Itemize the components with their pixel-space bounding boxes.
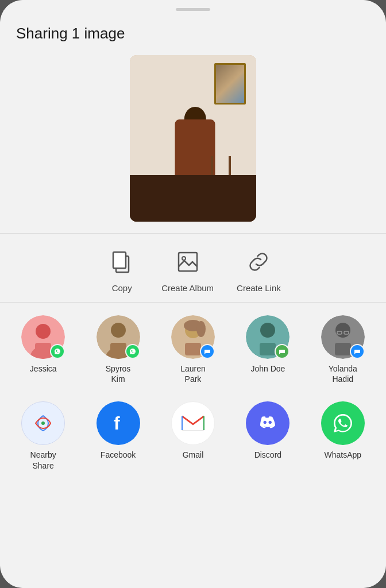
gmail-label: Gmail — [183, 450, 204, 460]
svg-rect-1 — [113, 252, 126, 268]
john-name: John Doe — [250, 363, 285, 374]
contact-john[interactable]: John Doe — [236, 315, 299, 374]
discord-icon — [246, 401, 290, 445]
spyros-name: SpyrosKim — [106, 363, 131, 384]
svg-rect-7 — [35, 343, 51, 354]
app-whatsapp[interactable]: WhatsApp — [311, 401, 375, 460]
svg-rect-12 — [110, 343, 126, 355]
discord-label: Discord — [254, 450, 281, 460]
gmail-icon — [171, 401, 215, 445]
create-album-action[interactable]: Create Album — [161, 245, 214, 293]
svg-rect-18 — [185, 343, 201, 355]
svg-point-21 — [260, 323, 275, 338]
share-sheet: Sharing 1 image — [0, 0, 386, 588]
john-avatar-wrap — [246, 315, 290, 359]
contact-yolanda[interactable]: YolandaHadid — [311, 315, 375, 384]
contacts-row: Jessica — [0, 303, 386, 393]
john-messages-badge — [275, 344, 290, 359]
svg-point-17 — [196, 321, 206, 337]
yolanda-name: YolandaHadid — [329, 363, 357, 384]
jessica-avatar-wrap — [21, 315, 65, 359]
preview-image — [130, 55, 256, 222]
lauren-name: LaurenPark — [180, 363, 206, 384]
nearby-share-icon — [21, 401, 65, 445]
jessica-whatsapp-badge — [50, 344, 65, 359]
svg-point-25 — [335, 323, 350, 338]
app-gmail[interactable]: Gmail — [161, 401, 225, 460]
image-art — [130, 55, 256, 222]
facebook-label: Facebook — [101, 450, 136, 460]
lauren-avatar-wrap — [171, 315, 215, 359]
app-nearby-share[interactable]: NearbyShare — [11, 401, 75, 470]
contact-spyros[interactable]: SpyrosKim — [87, 315, 150, 384]
copy-icon — [105, 245, 138, 278]
svg-rect-28 — [335, 343, 351, 355]
spyros-whatsapp-badge — [125, 344, 140, 359]
whatsapp-label: WhatsApp — [324, 450, 361, 460]
svg-point-5 — [36, 324, 51, 339]
apps-row: NearbyShare f Facebook — [0, 393, 386, 482]
image-preview-area — [0, 49, 386, 233]
jessica-name: Jessica — [30, 363, 57, 374]
sheet-title: Sharing 1 image — [0, 11, 386, 49]
facebook-icon: f — [96, 401, 140, 445]
contact-lauren[interactable]: LaurenPark — [161, 315, 225, 384]
svg-point-3 — [182, 257, 186, 260]
yolanda-avatar-wrap — [321, 315, 365, 359]
app-facebook[interactable]: f Facebook — [87, 401, 150, 460]
svg-rect-22 — [260, 343, 276, 355]
copy-action[interactable]: Copy — [105, 245, 138, 293]
nearby-share-label: NearbyShare — [30, 450, 56, 470]
lauren-messages-badge — [200, 344, 215, 359]
whatsapp-icon — [321, 401, 365, 445]
create-album-label: Create Album — [161, 283, 214, 293]
copy-label: Copy — [112, 283, 132, 293]
album-icon — [171, 245, 204, 278]
link-icon — [242, 245, 275, 278]
svg-text:f: f — [114, 413, 120, 434]
spyros-avatar-wrap — [96, 315, 140, 359]
svg-point-10 — [111, 323, 126, 338]
create-link-label: Create Link — [237, 283, 281, 293]
contact-jessica[interactable]: Jessica — [11, 315, 75, 374]
app-discord[interactable]: Discord — [236, 401, 299, 460]
yolanda-messages-badge — [350, 344, 365, 359]
create-link-action[interactable]: Create Link — [237, 245, 281, 293]
art-painting — [214, 63, 246, 105]
phone-frame: Sharing 1 image — [0, 0, 386, 588]
art-floor — [130, 175, 256, 222]
actions-row: Copy Create Album — [0, 234, 386, 302]
svg-point-30 — [41, 421, 45, 425]
svg-rect-2 — [179, 253, 197, 271]
